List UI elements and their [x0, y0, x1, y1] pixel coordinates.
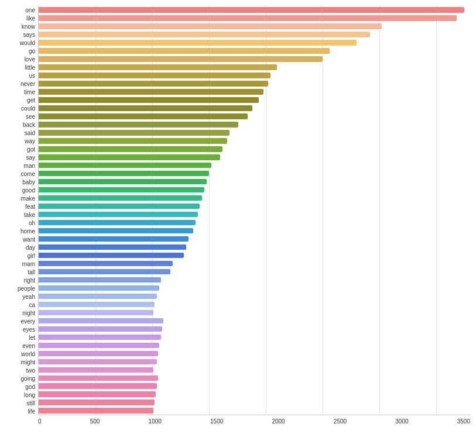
y-label: oh [6, 219, 38, 227]
bar-row [39, 71, 470, 80]
bar [39, 310, 153, 316]
x-tick: 3000 [395, 418, 408, 425]
bar-row [39, 382, 470, 390]
x-tick: 1500 [210, 418, 223, 425]
bar-row [39, 316, 470, 325]
y-label: god [6, 382, 38, 391]
bar [39, 195, 202, 201]
bar-row [39, 366, 470, 374]
bar [39, 343, 159, 349]
bar [39, 261, 173, 267]
chart-container: onelikeknowsayswouldgolovelittleusnevert… [0, 0, 476, 448]
bar-row [39, 341, 470, 349]
bar-row [39, 227, 470, 235]
x-axis: 0500100015002000250030003500 [38, 415, 470, 425]
bar-row [39, 308, 470, 316]
bar [39, 269, 170, 275]
bar [39, 220, 196, 226]
bar-row [39, 161, 470, 170]
y-label: even [6, 342, 38, 350]
bar-row [39, 284, 470, 292]
y-label: could [6, 104, 38, 112]
bar-row [39, 14, 470, 22]
y-label: life [6, 407, 38, 415]
bar [39, 64, 277, 70]
bar [39, 48, 330, 54]
bar [39, 89, 263, 95]
bar [39, 146, 222, 152]
bar [39, 23, 382, 29]
y-label: ca [6, 301, 38, 309]
y-label: love [6, 55, 38, 63]
bar-row [39, 202, 470, 211]
y-label: people [6, 284, 38, 292]
bar-row [39, 120, 470, 129]
bar [39, 367, 153, 373]
y-label: like [6, 14, 38, 22]
y-label: good [6, 186, 38, 194]
bar [39, 187, 204, 193]
bar [39, 302, 155, 308]
bar-row [39, 129, 470, 137]
bar-row [39, 22, 470, 30]
bar [39, 81, 268, 87]
y-label: say [6, 153, 38, 161]
bar [39, 351, 158, 357]
y-label: got [6, 145, 38, 153]
bar-row [39, 194, 470, 202]
y-label: come [6, 170, 38, 178]
y-label: take [6, 211, 38, 219]
bar-row [39, 292, 470, 300]
bar [39, 399, 155, 405]
bar [39, 236, 189, 242]
bar [39, 204, 200, 209]
y-label: every [6, 317, 38, 325]
bar-row [39, 357, 470, 366]
y-label: let [6, 333, 38, 342]
bar-row [39, 47, 470, 55]
bar [39, 7, 464, 13]
bar [39, 163, 211, 168]
bar [39, 318, 163, 324]
bar-row [39, 243, 470, 251]
bar-row [39, 325, 470, 333]
bar [39, 179, 207, 185]
bar-row [39, 145, 470, 153]
bar-row [39, 186, 470, 194]
bar-row [39, 39, 470, 47]
x-tick: 2500 [334, 418, 347, 425]
y-label: going [6, 374, 38, 382]
y-label: want [6, 235, 38, 243]
bar-row [39, 260, 470, 268]
bar [39, 97, 259, 103]
bar-row [39, 406, 470, 415]
y-label: home [6, 227, 38, 235]
bar-row [39, 6, 470, 14]
bar-row [39, 104, 470, 112]
y-label: never [6, 80, 38, 88]
bar [39, 105, 252, 111]
bar [39, 294, 157, 299]
y-label: right [6, 276, 38, 284]
bar [39, 40, 357, 46]
bar [39, 171, 209, 177]
bar [39, 228, 193, 234]
bar [39, 285, 159, 291]
y-label: see [6, 112, 38, 120]
bar-row [39, 300, 470, 308]
x-tick: 500 [90, 418, 100, 425]
y-label: girl [6, 251, 38, 260]
bar [39, 154, 220, 160]
bar [39, 138, 227, 144]
y-label: way [6, 137, 38, 145]
bar-row [39, 235, 470, 243]
bar [39, 56, 323, 62]
bar-row [39, 88, 470, 96]
y-label: know [6, 22, 38, 30]
y-label: us [6, 71, 38, 80]
bar [39, 277, 161, 283]
bar-row [39, 30, 470, 39]
y-label: baby [6, 178, 38, 186]
y-label: go [6, 47, 38, 55]
chart-area: onelikeknowsayswouldgolovelittleusnevert… [6, 6, 470, 415]
